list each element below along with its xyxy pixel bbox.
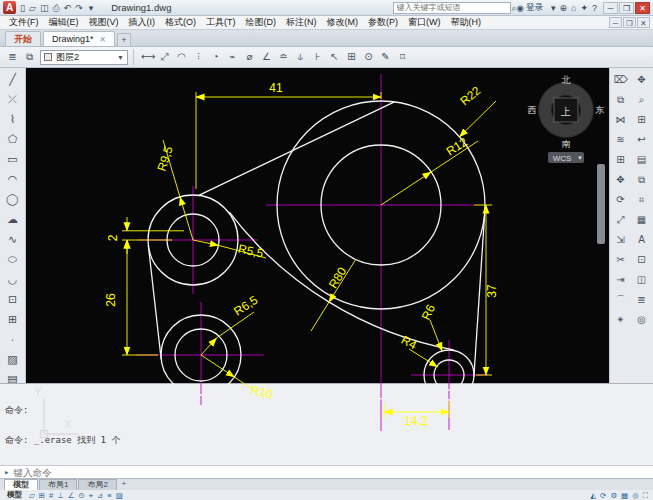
save-button[interactable]: ◫ [38,1,51,15]
menu-window[interactable]: 窗口(W) [403,16,446,29]
wcs-button[interactable]: WCS ▼ [548,152,584,163]
tolerance-button[interactable]: ⊞ [343,49,360,66]
continue-dimension-button[interactable]: ⊦ [309,49,326,66]
tab-start[interactable]: 开始 [5,31,41,46]
layer-states-button[interactable]: ⧉ [21,49,38,66]
zoom-realtime-button[interactable]: ⌕ [632,90,651,109]
point-tool[interactable]: ∙ [2,330,24,349]
clean-screen-icon[interactable]: ⛶ [641,490,650,500]
qat-customize-caret-icon[interactable]: ▾ [87,1,96,15]
zoom-window-button[interactable]: ⊞ [632,110,651,129]
zoom-previous-button[interactable]: ↩ [632,130,651,149]
new-layout-button[interactable]: + [118,479,130,490]
block-button[interactable]: ⊡ [632,250,651,269]
revision-cloud-tool[interactable]: ☁ [2,210,24,229]
polar-tracking-icon[interactable]: ∠ [66,490,77,500]
line-tool[interactable]: ╱ [2,70,24,89]
doc-minimize-button[interactable]: ─ [609,17,622,28]
isolate-objects-icon[interactable]: ◎ [630,490,641,500]
qnew-button[interactable]: ▯ [18,1,27,15]
polyline-tool[interactable]: ⌇ [2,110,24,129]
grid-display-icon[interactable]: # [47,490,55,500]
command-input[interactable] [13,467,649,478]
circle-tool[interactable]: ◯ [2,190,24,209]
center-mark-button[interactable]: ⊙ [360,49,377,66]
menu-modify[interactable]: 修改(M) [322,16,364,29]
autodesk360-icon[interactable]: ⊕ [557,1,569,15]
view-compass[interactable]: 上 北 西 东 南 WCS ▼ [528,75,605,163]
properties-button[interactable]: ▤ [632,150,651,169]
model-space-canvas[interactable]: 41 R22 R12 R9,5 R5,5 2 26 R6,5 R80 R6 R4… [26,68,609,383]
help-icon[interactable]: ? [590,1,599,15]
layer-select[interactable]: 图层2 ▼ [40,50,128,65]
menu-draw[interactable]: 绘图(D) [241,16,282,29]
pan-button[interactable]: ✥ [632,70,651,89]
snap-mode-icon[interactable]: ⊞ [37,490,47,500]
dynamic-input-icon[interactable]: ⊿ [95,490,105,500]
insert-block-tool[interactable]: ⊡ [2,290,24,309]
aligned-dimension-button[interactable]: ⤢ [156,49,173,66]
otrack-icon[interactable]: ⌖ [87,490,95,500]
search-input[interactable] [394,3,510,12]
match-properties-button[interactable]: ⧉ [632,170,651,189]
dimension-style-button[interactable]: ⌑ [394,49,411,66]
annotation-visibility-icon[interactable]: ◭ [588,490,598,500]
menu-insert[interactable]: 插入(I) [124,16,161,29]
dimension-edit-button[interactable]: ✎ [377,49,394,66]
annotation-autoscale-icon[interactable]: ⟳ [598,490,608,500]
open-button[interactable]: ▱ [27,1,38,15]
fillet-button[interactable]: ⌒ [611,290,630,309]
measure-button[interactable]: ⌗ [632,190,651,209]
lineweight-icon[interactable]: ≡ [105,490,113,500]
exchange-apps-icon[interactable]: ⌂ [569,1,578,15]
menu-tools[interactable]: 工具(T) [201,16,241,29]
jogged-button[interactable]: ⌁ [224,49,241,66]
polygon-tool[interactable]: ⬠ [2,130,24,149]
compass-west-label[interactable]: 西 [528,105,537,115]
named-views-button[interactable]: ◎ [632,310,651,329]
baseline-dimension-button[interactable]: ⫝ [292,49,309,66]
quick-dimension-button[interactable]: ≏ [275,49,292,66]
tab-drawing1[interactable]: Drawing1* ✕ [43,31,115,46]
ellipse-tool[interactable]: ⬭ [2,250,24,269]
explode-button[interactable]: ✴ [611,310,630,329]
hardware-acceleration-icon[interactable]: ▦ [619,490,630,500]
compass-up-face[interactable]: 上 [560,106,571,117]
tab-layout2[interactable]: 布局2 [78,479,116,490]
doc-close-button[interactable]: ✕ [637,17,650,28]
angular-dimension-button[interactable]: ∠ [258,49,275,66]
tab-model[interactable]: 模型 [4,479,38,490]
mirror-button[interactable]: ⋈ [611,110,630,129]
redo-button[interactable]: ↷ [73,1,85,15]
stay-connected-icon[interactable]: ✦ [578,1,590,15]
extend-button[interactable]: ⇥ [611,270,630,289]
layer-properties-button[interactable]: ≣ [4,49,21,66]
menu-format[interactable]: 格式(O) [160,16,201,29]
tab-close-icon[interactable]: ✕ [100,35,106,44]
menu-edit[interactable]: 编辑(E) [44,16,84,29]
compass-north-label[interactable]: 北 [562,75,571,85]
ordinate-button[interactable]: ⫶ [190,49,207,66]
ortho-mode-icon[interactable]: ⊥ [55,490,66,500]
new-drawing-tab-button[interactable]: + [117,33,131,46]
multileader-button[interactable]: ↖ [326,49,343,66]
table-button[interactable]: ▦ [632,210,651,229]
plot-button[interactable]: ⎙ [50,1,61,15]
tab-layout1[interactable]: 布局1 [39,479,77,490]
linear-dimension-button[interactable]: ⟷ [139,49,156,66]
diameter-dimension-button[interactable]: ⌀ [241,49,258,66]
rotate-button[interactable]: ⟳ [611,190,630,209]
doc-restore-button[interactable]: ❒ [623,17,636,28]
app-menu-button[interactable]: A [3,1,16,14]
arc-length-button[interactable]: ◠ [173,49,190,66]
compass-east-label[interactable]: 东 [595,105,605,115]
layer-walk-button[interactable]: ≣ [632,290,651,309]
menu-view[interactable]: 视图(V) [84,16,124,29]
construction-line-tool[interactable]: ⤫ [2,90,24,109]
canvas-scrollbar-thumb[interactable] [597,164,605,244]
transparency-icon[interactable]: ▨ [114,490,125,500]
text-button[interactable]: A [632,230,651,249]
menu-help[interactable]: 帮助(H) [446,16,487,29]
signin-caret-icon[interactable]: ▾ [549,1,558,15]
stretch-button[interactable]: ⇲ [611,230,630,249]
